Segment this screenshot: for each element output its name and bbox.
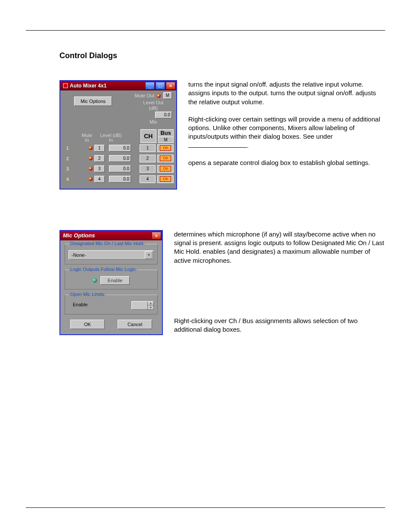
top-rule <box>26 30 385 31</box>
mixer-row: 330.03On <box>63 164 174 174</box>
close-button[interactable]: × <box>166 82 175 90</box>
bus-cell[interactable]: On <box>157 144 174 152</box>
designated-mic-legend: Designated Mic On / Last Mic Hold <box>68 241 145 246</box>
chevron-up-icon[interactable]: ▴ <box>147 302 153 306</box>
row-number: 3 <box>63 166 69 171</box>
designated-mic-combo[interactable]: -None- ▾ <box>68 250 154 260</box>
mute-in-indicator-icon <box>89 146 93 150</box>
logic-outputs-legend: Logic Outputs Follow Mic Logic <box>68 267 137 272</box>
paragraph-3: opens a separate control dialog box to e… <box>188 159 385 167</box>
mix-label: Mix <box>135 119 172 125</box>
level-out-label: Level Out (dB) <box>135 100 172 111</box>
bus-sub-header: M <box>158 137 174 143</box>
mute-in-indicator-icon <box>89 167 93 171</box>
channel-in-button[interactable]: 4 <box>94 176 105 183</box>
open-mic-limit-spinner[interactable]: ▴▾ <box>131 301 154 310</box>
ok-button[interactable]: OK <box>70 320 105 329</box>
mic-options-titlebar[interactable]: Mic Options × <box>60 231 162 240</box>
ch-header: CH <box>140 129 156 143</box>
paragraph-2: Right-clicking over certain settings wil… <box>188 115 385 150</box>
blank-underline <box>188 147 247 148</box>
channel-in-button[interactable]: 2 <box>94 155 105 162</box>
paragraph-4: determines which microphone (if any) wil… <box>174 230 385 265</box>
channel-in-button[interactable]: 3 <box>94 165 105 172</box>
auto-mixer-title-text: Auto Mixer 4x1 <box>70 83 144 89</box>
auto-mixer-dialog: Auto Mixer 4x1 _ □ × Mic Options Mute Ou… <box>59 80 177 190</box>
designated-mic-group: Designated Mic On / Last Mic Hold -None-… <box>65 244 158 264</box>
row-number: 2 <box>63 156 69 161</box>
ch-cell[interactable]: 2 <box>140 155 156 162</box>
mixer-row: 110.01On <box>63 143 174 153</box>
row-number: 1 <box>63 146 69 151</box>
app-icon <box>63 83 68 88</box>
auto-mixer-titlebar[interactable]: Auto Mixer 4x1 _ □ × <box>60 81 176 90</box>
logic-enable-button[interactable]: Enable <box>100 276 130 285</box>
open-mic-limits-group: Open Mic Limits Enable ▴▾ <box>65 295 158 314</box>
cancel-button[interactable]: Cancel <box>118 320 152 329</box>
designated-mic-combo-value: -None- <box>72 252 86 258</box>
level-in-value[interactable]: 0.0 <box>109 165 131 172</box>
mixer-row: 220.02On <box>63 153 174 164</box>
svg-rect-0 <box>63 84 68 88</box>
bottom-rule <box>26 507 385 508</box>
level-out-value[interactable]: 0.0 <box>155 112 172 118</box>
mute-out-label: Mute Out <box>135 93 154 99</box>
mic-options-button[interactable]: Mic Options <box>74 96 112 106</box>
close-button[interactable]: × <box>152 232 161 240</box>
ch-cell[interactable]: 1 <box>140 144 156 152</box>
maximize-button[interactable]: □ <box>156 82 165 90</box>
limits-enable-button[interactable]: Enable <box>73 302 97 309</box>
ch-cell[interactable]: 3 <box>140 165 156 173</box>
ch-cell[interactable]: 4 <box>140 175 156 183</box>
open-mic-limits-legend: Open Mic Limits <box>68 292 106 297</box>
bus-cell[interactable]: On <box>157 165 174 173</box>
mute-out-indicator-icon <box>157 94 161 98</box>
mute-in-header: Mute In <box>82 133 92 143</box>
level-in-header: Level (dB) In <box>100 133 121 143</box>
bus-on-chip[interactable]: On <box>160 145 171 151</box>
bus-cell[interactable]: On <box>157 155 174 162</box>
paragraph-1: turns the input signal on/off. adjusts t… <box>188 80 385 106</box>
mute-in-indicator-icon <box>89 177 93 181</box>
minimize-button[interactable]: _ <box>145 82 155 90</box>
level-in-value[interactable]: 0.0 <box>109 145 131 152</box>
logic-outputs-group: Logic Outputs Follow Mic Logic Enable <box>65 270 158 289</box>
chevron-down-icon[interactable]: ▾ <box>147 305 153 309</box>
enable-indicator-icon <box>93 278 97 283</box>
bus-on-chip[interactable]: On <box>160 156 171 161</box>
mixer-row: 440.04On <box>63 174 174 184</box>
bus-cell[interactable]: On <box>157 175 174 183</box>
mute-out-m-button[interactable]: M <box>163 92 172 99</box>
level-in-value[interactable]: 0.0 <box>109 176 131 183</box>
mic-options-dialog: Mic Options × Designated Mic On / Last M… <box>59 230 163 335</box>
section-heading: Control Dialogs <box>59 51 385 60</box>
row-number: 4 <box>63 177 69 182</box>
level-in-value[interactable]: 0.0 <box>109 155 131 162</box>
bus-on-chip[interactable]: On <box>160 176 171 182</box>
chevron-down-icon[interactable]: ▾ <box>145 251 153 259</box>
mic-options-title-text: Mic Options <box>63 232 151 239</box>
channel-in-button[interactable]: 1 <box>94 145 105 152</box>
paragraph-5: Right-clicking over Ch / Bus assignments… <box>174 317 385 334</box>
bus-on-chip[interactable]: On <box>160 166 171 171</box>
bus-header: Bus <box>158 129 174 137</box>
mute-in-indicator-icon <box>89 156 93 160</box>
